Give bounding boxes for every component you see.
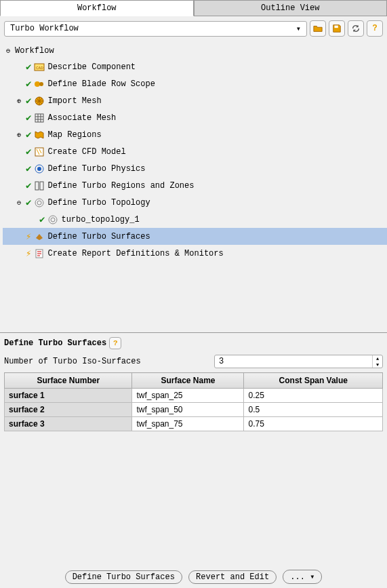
panel-header: Define Turbo Surfaces ? bbox=[4, 337, 383, 349]
collapse-icon[interactable]: ⊖ bbox=[15, 199, 23, 207]
node-label: Import Mesh bbox=[47, 96, 101, 106]
svg-rect-6 bbox=[35, 114, 43, 122]
node-map-regions[interactable]: ⊕ ✔ Map Regions bbox=[3, 126, 387, 143]
svg-text:CAD: CAD bbox=[36, 66, 43, 71]
node-label: turbo_topology_1 bbox=[61, 215, 139, 224]
node-turbo-topology-1[interactable]: ✔ turbo_topology_1 bbox=[3, 211, 387, 228]
refresh-icon bbox=[351, 24, 361, 33]
help-icon: ? bbox=[113, 339, 118, 347]
topology-icon bbox=[34, 197, 45, 208]
help-button[interactable]: ? bbox=[367, 20, 383, 37]
node-define-turbo-regions-zones[interactable]: ✔ Define Turbo Regions and Zones bbox=[3, 177, 387, 194]
svg-point-8 bbox=[37, 167, 41, 171]
svg-rect-11 bbox=[40, 182, 43, 190]
node-label: Define Turbo Regions and Zones bbox=[47, 181, 194, 191]
col-surface-name[interactable]: Surface Name bbox=[132, 373, 244, 389]
toolbar: Turbo Workflow ▾ ? bbox=[0, 16, 387, 41]
expand-icon[interactable]: ⊕ bbox=[15, 131, 23, 139]
more-button[interactable]: ... ▾ bbox=[283, 570, 322, 584]
tree-root[interactable]: ⊖ Workflow bbox=[3, 43, 387, 58]
mesh-disc-icon bbox=[34, 96, 45, 106]
node-label: Define Turbo Topology bbox=[47, 198, 150, 208]
node-create-cfd-model[interactable]: ✔ Create CFD Model bbox=[3, 143, 387, 160]
svg-rect-10 bbox=[35, 182, 39, 190]
zones-icon bbox=[34, 180, 45, 191]
help-icon: ? bbox=[372, 24, 377, 33]
lightning-icon: ⚡ bbox=[26, 231, 31, 242]
define-turbo-surfaces-button[interactable]: Define Turbo Surfaces bbox=[65, 570, 182, 584]
tab-outline-view[interactable]: Outline View bbox=[194, 0, 388, 16]
node-define-blade-row-scope[interactable]: ✔ Define Blade Row Scope bbox=[3, 75, 387, 92]
define-turbo-surfaces-panel: Define Turbo Surfaces ? Number of Turbo … bbox=[0, 332, 387, 435]
col-const-span-value[interactable]: Const Span Value bbox=[244, 373, 383, 389]
save-icon bbox=[332, 24, 342, 33]
footer-buttons: Define Turbo Surfaces Revert and Edit ..… bbox=[0, 570, 387, 584]
svg-point-15 bbox=[51, 218, 55, 222]
col-surface-number[interactable]: Surface Number bbox=[5, 373, 132, 389]
node-import-mesh[interactable]: ⊕ ✔ Import Mesh bbox=[3, 92, 387, 109]
node-label: Describe Component bbox=[47, 62, 136, 72]
node-create-report-definitions[interactable]: ⚡ Create Report Definitions & Monitors bbox=[3, 245, 387, 262]
cell-surface-name[interactable]: twf_span_50 bbox=[132, 403, 244, 417]
map-icon bbox=[34, 130, 45, 140]
svg-rect-0 bbox=[335, 26, 338, 28]
node-associate-mesh[interactable]: ✔ Associate Mesh bbox=[3, 109, 387, 126]
spinner-down-button[interactable]: ▼ bbox=[373, 361, 382, 368]
node-label: Create Report Definitions & Monitors bbox=[47, 249, 223, 258]
workflow-select-value: Turbo Workflow bbox=[10, 24, 79, 33]
node-label: Map Regions bbox=[47, 130, 101, 140]
cfd-icon bbox=[34, 146, 45, 157]
surfaces-table: Surface Number Surface Name Const Span V… bbox=[4, 372, 383, 431]
spinner-up-button[interactable]: ▲ bbox=[373, 355, 382, 361]
report-icon bbox=[34, 248, 45, 259]
expand-icon[interactable]: ⊕ bbox=[15, 97, 23, 105]
workflow-select[interactable]: Turbo Workflow ▾ bbox=[4, 21, 307, 37]
svg-point-12 bbox=[35, 199, 43, 207]
node-describe-component[interactable]: ✔ CAD Describe Component bbox=[3, 58, 387, 75]
lightning-icon: ⚡ bbox=[26, 248, 31, 259]
tab-workflow[interactable]: Workflow bbox=[0, 0, 194, 16]
open-button[interactable] bbox=[310, 20, 326, 37]
check-icon: ✔ bbox=[26, 112, 31, 123]
node-label: Define Blade Row Scope bbox=[47, 79, 155, 89]
node-label: Associate Mesh bbox=[47, 113, 116, 123]
revert-and-edit-button[interactable]: Revert and Edit bbox=[188, 570, 277, 584]
folder-icon bbox=[313, 24, 323, 33]
cad-icon: CAD bbox=[34, 62, 45, 73]
cell-const-span-value[interactable]: 0.5 bbox=[244, 403, 383, 417]
node-define-turbo-surfaces[interactable]: ⚡ Define Turbo Surfaces bbox=[3, 228, 387, 245]
iso-surfaces-field: Number of Turbo Iso-Surfaces 3 ▲ ▼ bbox=[4, 355, 383, 368]
refresh-button[interactable] bbox=[348, 20, 364, 37]
check-icon: ✔ bbox=[26, 146, 31, 157]
iso-surfaces-spinner[interactable]: 3 ▲ ▼ bbox=[214, 355, 383, 368]
grid-icon bbox=[34, 113, 45, 123]
node-label: Define Turbo Surfaces bbox=[47, 232, 150, 241]
chevron-down-icon: ▾ bbox=[310, 572, 314, 582]
cell-surface-name[interactable]: twf_span_75 bbox=[132, 417, 244, 431]
table-row[interactable]: surface 1 twf_span_25 0.25 bbox=[5, 389, 383, 403]
save-button[interactable] bbox=[329, 20, 345, 37]
panel-help-button[interactable]: ? bbox=[109, 337, 121, 349]
collapse-icon[interactable]: ⊖ bbox=[4, 47, 12, 55]
surfaces-icon bbox=[34, 231, 45, 242]
check-icon: ✔ bbox=[26, 180, 31, 191]
cell-surface-name[interactable]: twf_span_25 bbox=[132, 389, 244, 403]
node-define-turbo-physics[interactable]: ✔ Define Turbo Physics bbox=[3, 160, 387, 177]
iso-surfaces-value[interactable]: 3 bbox=[215, 355, 372, 368]
iso-surfaces-label: Number of Turbo Iso-Surfaces bbox=[4, 357, 214, 366]
table-row[interactable]: surface 2 twf_span_50 0.5 bbox=[5, 403, 383, 417]
node-define-turbo-topology[interactable]: ⊖ ✔ Define Turbo Topology bbox=[3, 194, 387, 211]
cell-const-span-value[interactable]: 0.25 bbox=[244, 389, 383, 403]
check-icon: ✔ bbox=[26, 78, 31, 90]
check-icon: ✔ bbox=[26, 61, 31, 73]
check-icon: ✔ bbox=[26, 163, 31, 174]
topology-icon bbox=[47, 214, 58, 225]
check-icon: ✔ bbox=[26, 129, 31, 140]
table-row[interactable]: surface 3 twf_span_75 0.75 bbox=[5, 417, 383, 431]
check-icon: ✔ bbox=[26, 95, 31, 106]
node-label: Define Turbo Physics bbox=[47, 164, 145, 174]
check-icon: ✔ bbox=[39, 214, 45, 225]
cell-surface-number: surface 2 bbox=[5, 403, 132, 417]
cell-const-span-value[interactable]: 0.75 bbox=[244, 417, 383, 431]
cell-surface-number: surface 1 bbox=[5, 389, 132, 403]
